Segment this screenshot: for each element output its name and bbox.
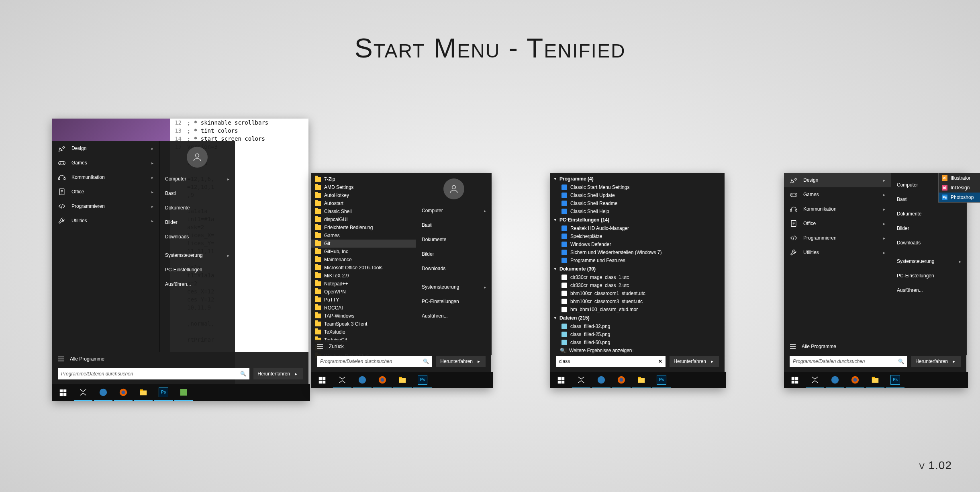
link-computer[interactable]: Computer▸ <box>159 172 235 186</box>
program-item[interactable]: TAP-Windows <box>311 312 416 320</box>
category-design[interactable]: Design▸ <box>784 173 891 187</box>
foobar-icon[interactable] <box>806 372 824 388</box>
program-item[interactable]: Notepad++ <box>311 280 416 288</box>
start-icon[interactable] <box>552 372 570 388</box>
search-result-item[interactable]: class_filled-32.png <box>550 322 725 330</box>
firefox-icon[interactable] <box>612 372 631 388</box>
search-result-item[interactable]: Classic Shell Update <box>550 191 725 199</box>
result-group-header[interactable]: ▾PC-Einstellungen (14) <box>550 215 725 224</box>
more-results-link[interactable]: 🔍 Weitere Ergebnisse anzeigen <box>556 346 719 353</box>
foobar-icon[interactable] <box>74 384 92 401</box>
program-item[interactable]: Microsoft Office 2016-Tools <box>311 264 416 272</box>
result-group-header[interactable]: ▾Dokumente (30) <box>550 264 725 273</box>
link-systemsteuerung[interactable]: Systemsteuerung▸ <box>159 248 235 262</box>
chevron-right-icon[interactable]: ▸ <box>709 359 715 364</box>
search-result-item[interactable]: class_filled-50.png <box>550 338 725 346</box>
link-computer[interactable]: Computer▸ <box>416 203 492 218</box>
search-input[interactable]: Programme/Dateien durchsuchen 🔍 <box>317 356 432 367</box>
link-downloads[interactable]: Downloads <box>159 230 235 244</box>
link-ausfhren[interactable]: Ausführen... <box>416 309 492 323</box>
link-basti[interactable]: Basti <box>159 186 235 201</box>
category-office[interactable]: Office▸ <box>52 184 159 199</box>
photoshop-icon[interactable]: Ps <box>154 384 173 401</box>
program-item[interactable]: Maintenance <box>311 256 416 264</box>
search-result-item[interactable]: Classic Shell Help <box>550 207 725 215</box>
program-item[interactable]: GitHub, Inc <box>311 248 416 256</box>
program-item[interactable]: Games <box>311 232 416 240</box>
photoshop-icon[interactable]: Ps <box>652 372 671 388</box>
link-ausfhren[interactable]: Ausführen... <box>891 283 967 297</box>
program-item[interactable]: MiKTeX 2.9 <box>311 272 416 280</box>
search-result-item[interactable]: hm_bhm100_classrm_stud.mor <box>550 305 725 314</box>
foobar-icon[interactable] <box>333 372 351 388</box>
category-programmieren[interactable]: Programmieren▸ <box>784 231 891 245</box>
shutdown-button[interactable]: Herunterfahren ▸ <box>436 356 486 367</box>
link-pceinstellungen[interactable]: PC-Einstellungen <box>416 294 492 309</box>
program-item[interactable]: TeXstudio <box>311 328 416 336</box>
search-result-item[interactable]: Realtek HD Audio-Manager <box>550 224 725 232</box>
link-ausfhren[interactable]: Ausführen... <box>159 277 235 291</box>
category-games[interactable]: Games▸ <box>784 187 891 202</box>
all-programs-button[interactable]: Alle Programme <box>790 340 961 353</box>
result-group-header[interactable]: ▾Dateien (215) <box>550 314 725 322</box>
flyout-item-illustrator[interactable]: AiIllustrator <box>939 173 980 183</box>
start-icon[interactable] <box>786 372 804 388</box>
program-item[interactable]: OpenVPN <box>311 288 416 296</box>
user-avatar[interactable] <box>443 178 464 199</box>
link-systemsteuerung[interactable]: Systemsteuerung▸ <box>891 254 967 269</box>
chevron-right-icon[interactable]: ▸ <box>293 371 299 377</box>
shutdown-button[interactable]: Herunterfahren ▸ <box>911 356 961 367</box>
category-utilities[interactable]: Utilities▸ <box>52 213 159 228</box>
explorer-icon[interactable] <box>632 372 651 388</box>
link-downloads[interactable]: Downloads <box>416 261 492 276</box>
link-systemsteuerung[interactable]: Systemsteuerung▸ <box>416 280 492 294</box>
link-bilder[interactable]: Bilder <box>159 215 235 230</box>
explorer-icon[interactable] <box>866 372 884 388</box>
search-result-item[interactable]: Classic Shell Readme <box>550 199 725 207</box>
start-icon[interactable] <box>54 384 72 401</box>
all-programs-button[interactable]: Alle Programme <box>58 352 303 366</box>
chevron-right-icon[interactable]: ▸ <box>476 359 482 364</box>
start-icon[interactable] <box>313 372 331 388</box>
firefox-icon[interactable] <box>373 372 392 388</box>
program-item[interactable]: 7-Zip <box>311 175 416 183</box>
shutdown-button[interactable]: Herunterfahren ▸ <box>670 356 719 367</box>
result-group-header[interactable]: ▾Programme (4) <box>550 174 725 183</box>
search-input[interactable]: class ✕ <box>556 356 666 367</box>
thunderbird-icon[interactable] <box>353 372 372 388</box>
category-office[interactable]: Office▸ <box>784 216 891 231</box>
search-result-item[interactable]: Programme und Features <box>550 256 725 264</box>
search-result-item[interactable]: Windows Defender <box>550 240 725 248</box>
program-item[interactable]: PuTTY <box>311 296 416 304</box>
search-result-item[interactable]: Classic Start Menu Settings <box>550 183 725 191</box>
search-result-item[interactable]: bhm100cr_classroom1_student.utc <box>550 289 725 297</box>
thunderbird-icon[interactable] <box>826 372 844 388</box>
explorer-icon[interactable] <box>393 372 412 388</box>
link-dokumente[interactable]: Dokumente <box>416 232 492 247</box>
firefox-icon[interactable] <box>846 372 864 388</box>
photoshop-icon[interactable]: Ps <box>413 372 432 388</box>
program-item[interactable]: Autostart <box>311 199 416 207</box>
back-button[interactable]: Zurück <box>317 340 486 353</box>
program-item[interactable]: AMD Settings <box>311 183 416 191</box>
firefox-icon[interactable] <box>114 384 133 401</box>
search-result-item[interactable]: class_filled-25.png <box>550 330 725 338</box>
link-pceinstellungen[interactable]: PC-Einstellungen <box>891 269 967 283</box>
user-avatar[interactable] <box>187 147 208 168</box>
category-programmieren[interactable]: Programmieren▸ <box>52 199 159 213</box>
thunderbird-icon[interactable] <box>94 384 112 401</box>
category-design[interactable]: Design▸ <box>52 141 159 156</box>
program-item[interactable]: dispcalGUI <box>311 215 416 223</box>
program-item[interactable]: ROCCAT <box>311 304 416 312</box>
search-input[interactable]: Programme/Dateien durchsuchen 🔍 <box>790 356 907 367</box>
link-dokumente[interactable]: Dokumente <box>159 201 235 215</box>
search-result-item[interactable]: Speicherplätze <box>550 232 725 240</box>
category-games[interactable]: Games▸ <box>52 156 159 170</box>
search-input[interactable]: Programme/Dateien durchsuchen 🔍 <box>58 368 249 379</box>
link-basti[interactable]: Basti <box>416 218 492 232</box>
app-icon[interactable] <box>174 384 193 401</box>
link-pceinstellungen[interactable]: PC-Einstellungen <box>159 262 235 277</box>
photoshop-icon[interactable]: Ps <box>886 372 904 388</box>
category-utilities[interactable]: Utilities▸ <box>784 245 891 260</box>
clear-search-icon[interactable]: ✕ <box>658 359 662 364</box>
